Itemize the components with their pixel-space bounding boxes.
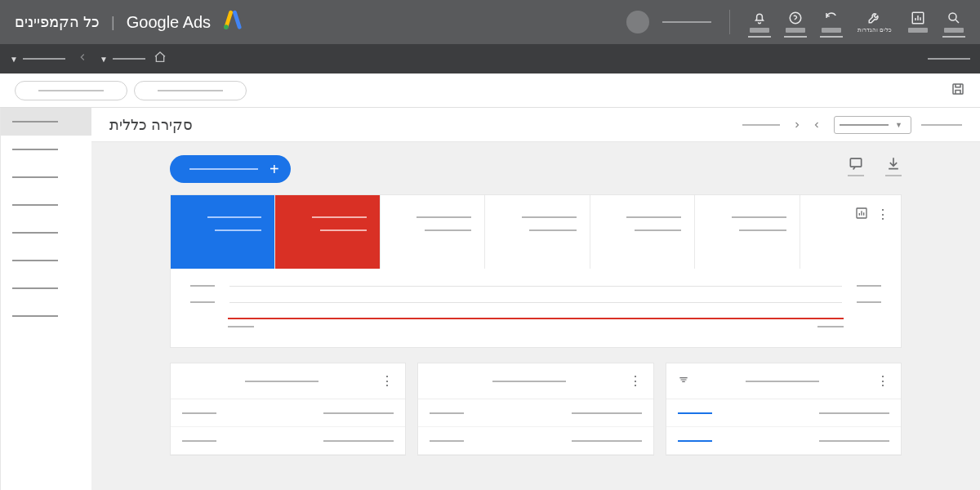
sidebar-item-8[interactable] xyxy=(1,302,91,330)
search-icon xyxy=(946,10,962,26)
sidebar-item-4[interactable] xyxy=(1,191,91,219)
breadcrumb-info xyxy=(928,58,970,60)
summary-card-3: ⋮ xyxy=(666,363,902,456)
bell-icon xyxy=(751,10,768,26)
list-item[interactable] xyxy=(666,427,901,455)
list-item[interactable] xyxy=(418,427,653,455)
chevron-left-icon xyxy=(77,51,88,66)
compare-label xyxy=(921,124,962,126)
plus-icon: + xyxy=(270,160,279,179)
svg-rect-5 xyxy=(850,158,861,167)
notifications-button[interactable] xyxy=(748,7,771,38)
metric-tile-1[interactable] xyxy=(171,195,274,269)
metric-tile-2[interactable] xyxy=(274,195,379,269)
filter-pill-2[interactable] xyxy=(15,81,127,100)
breadcrumb-level-1[interactable]: ▼ xyxy=(100,55,145,64)
filter-bar xyxy=(0,74,980,108)
avatar[interactable] xyxy=(626,11,649,33)
new-campaign-button[interactable]: + xyxy=(170,155,291,183)
home-icon[interactable] xyxy=(154,51,167,67)
feedback-button[interactable] xyxy=(848,155,864,176)
date-range-selector[interactable]: ▼ xyxy=(834,116,911,134)
metric-tile-6[interactable] xyxy=(694,195,799,269)
refresh-button[interactable] xyxy=(820,7,843,38)
list-item[interactable] xyxy=(171,427,405,455)
expand-chart-icon[interactable] xyxy=(855,207,868,223)
svg-point-0 xyxy=(224,24,229,29)
help-icon xyxy=(787,10,804,26)
tools-label: כלים והגדרות xyxy=(858,27,892,33)
prev-period-button[interactable] xyxy=(809,118,824,132)
kebab-icon[interactable]: ⋮ xyxy=(629,373,642,389)
sidebar-item-5[interactable] xyxy=(1,219,91,247)
metric-tile-4[interactable] xyxy=(484,195,589,269)
account-label[interactable] xyxy=(662,21,711,23)
metric-tile-3[interactable] xyxy=(380,195,484,269)
save-icon[interactable] xyxy=(951,85,965,99)
search-button[interactable] xyxy=(942,7,965,38)
svg-point-1 xyxy=(949,13,956,20)
summary-card-2: ⋮ xyxy=(417,363,653,456)
page-title: סקירה כללית xyxy=(109,116,193,134)
sidebar-item-2[interactable] xyxy=(1,136,91,163)
sidebar-item-7[interactable] xyxy=(1,274,91,302)
download-button[interactable] xyxy=(885,155,902,176)
main-content: סקירה כללית ▼ + xyxy=(91,108,980,490)
metric-tile-5[interactable] xyxy=(590,195,694,269)
sidebar-item-3[interactable] xyxy=(1,163,91,191)
list-item[interactable] xyxy=(171,399,405,427)
sidebar-item-6[interactable] xyxy=(1,247,91,274)
chart-area xyxy=(171,269,901,347)
summary-card-1: ⋮ xyxy=(170,363,406,456)
list-item[interactable] xyxy=(666,399,901,427)
chart-series-line xyxy=(228,318,844,319)
breadcrumb-level-2[interactable]: ▼ xyxy=(10,55,65,64)
product-name: Google Ads xyxy=(127,13,211,32)
sort-icon[interactable] xyxy=(678,374,689,388)
sidebar xyxy=(0,108,91,490)
svg-rect-4 xyxy=(953,84,963,94)
tools-button[interactable]: כלים והגדרות xyxy=(856,6,893,38)
help-button[interactable] xyxy=(784,7,807,38)
reports-button[interactable] xyxy=(906,7,929,38)
kebab-icon[interactable]: ⋮ xyxy=(876,373,889,389)
header-extra xyxy=(742,124,780,126)
kebab-icon[interactable]: ⋮ xyxy=(876,207,889,222)
breadcrumb-bar: ▼ ▼ xyxy=(0,44,980,74)
refresh-icon xyxy=(823,10,840,26)
page-header: סקירה כללית ▼ xyxy=(91,108,980,142)
google-ads-logo-icon xyxy=(222,10,243,34)
top-bar: Google Ads | כל הקמפיינים כלים והגדרות xyxy=(0,0,980,44)
summary-cards-row: ⋮ ⋮ ⋮ xyxy=(170,363,902,456)
caret-down-icon: ▼ xyxy=(895,121,902,129)
metric-controls: ⋮ xyxy=(800,195,901,269)
next-period-button[interactable] xyxy=(790,118,804,132)
kebab-icon[interactable]: ⋮ xyxy=(381,373,394,389)
sidebar-item-overview[interactable] xyxy=(1,108,91,136)
chart-icon xyxy=(910,10,926,26)
wrench-icon xyxy=(866,9,883,25)
separator: | xyxy=(111,14,115,31)
filter-pill-1[interactable] xyxy=(134,81,247,100)
performance-card: ⋮ xyxy=(170,194,902,348)
list-item[interactable] xyxy=(418,399,653,427)
scope-label[interactable]: כל הקמפיינים xyxy=(15,13,100,31)
